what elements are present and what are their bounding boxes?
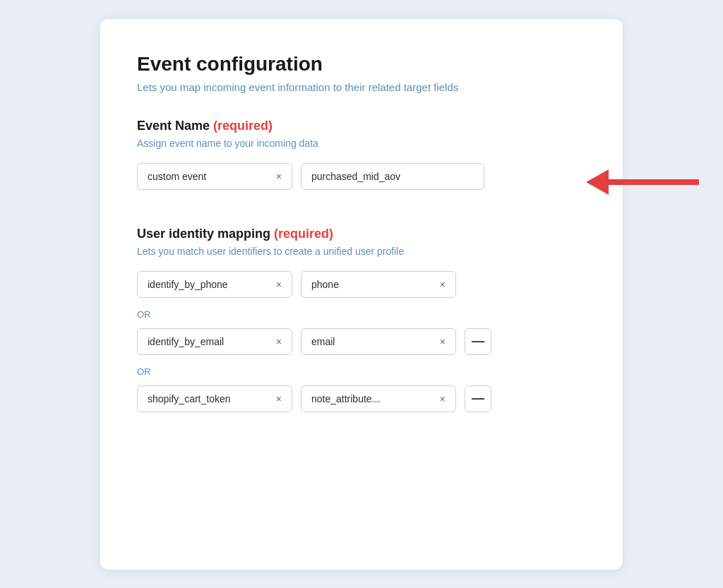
event-name-field2[interactable]: purchased_mid_aov [301,163,484,190]
identity-row-1: identify_by_phone × phone × [137,271,586,298]
user-identity-section: User identity mapping (required) Lets yo… [137,227,586,412]
identity-row3-field1-clear[interactable]: × [276,393,282,404]
user-identity-required: (required) [274,227,333,241]
page-subtitle: Lets you map incoming event information … [137,81,586,93]
identity-row2-field1[interactable]: identify_by_email × [137,328,292,355]
identity-row3-field2[interactable]: note_attribute... × [301,385,456,412]
identity-row1-field1[interactable]: identify_by_phone × [137,271,292,298]
event-name-section: Event Name (required) Assign event name … [137,119,586,201]
event-name-title: Event Name (required) [137,119,586,133]
identity-row2-field2[interactable]: email × [301,328,456,355]
identity-row2-field1-clear[interactable]: × [276,336,282,347]
identity-row-2: identify_by_email × email × — [137,328,586,355]
user-identity-title: User identity mapping (required) [137,227,586,241]
event-name-input-row: custom event × purchased_mid_aov [137,163,586,201]
identity-row2-remove[interactable]: — [465,328,491,355]
identity-row2-field2-clear[interactable]: × [440,336,446,347]
event-name-required: (required) [213,119,273,133]
identity-row3-remove[interactable]: — [465,385,491,412]
identity-row1-field2-clear[interactable]: × [440,279,446,290]
identity-row-3: shopify_cart_token × note_attribute... ×… [137,385,586,412]
event-name-field1[interactable]: custom event × [137,163,292,190]
event-name-field1-clear[interactable]: × [276,171,282,182]
identity-row3-field1[interactable]: shopify_cart_token × [137,385,292,412]
arrow-annotation [586,169,699,195]
or-label-2: OR [137,366,586,377]
identity-row3-field2-clear[interactable]: × [440,393,446,404]
event-name-description: Assign event name to your incoming data [137,138,586,149]
main-card: Event configuration Lets you map incomin… [100,19,623,570]
or-label-1: OR [137,309,586,320]
identity-row1-field2[interactable]: phone × [301,271,456,298]
identity-row1-field1-clear[interactable]: × [276,279,282,290]
page-title: Event configuration [137,53,586,76]
user-identity-description: Lets you match user identifiers to creat… [137,246,586,257]
